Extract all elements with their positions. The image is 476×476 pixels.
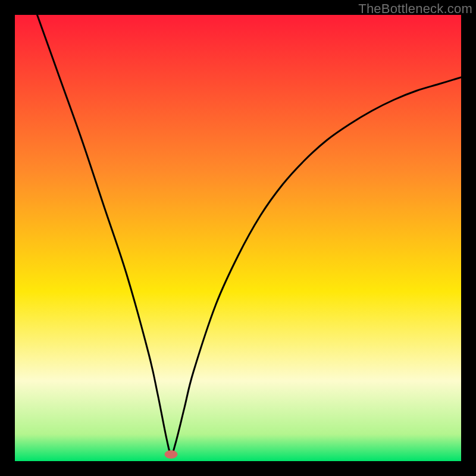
plot-area	[15, 15, 461, 461]
optimum-marker	[165, 450, 178, 459]
chart-svg	[15, 15, 461, 461]
gradient-background	[15, 15, 461, 461]
chart-frame: TheBottleneck.com	[0, 0, 476, 476]
